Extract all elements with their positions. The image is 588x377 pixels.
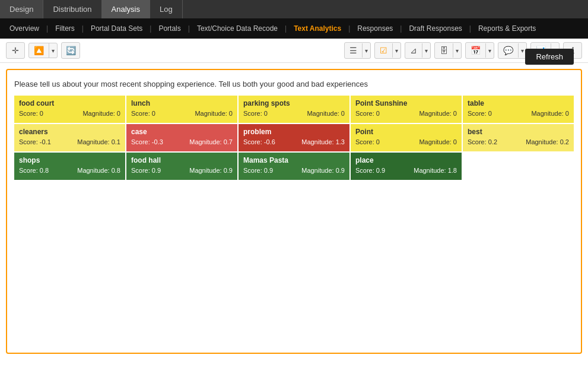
keyword-score: Score: 0	[243, 110, 268, 117]
nav-responses[interactable]: Responses	[354, 22, 396, 35]
nav-sep-8: |	[468, 24, 472, 33]
keyword-magnitude: Magnitude: 1.3	[301, 138, 345, 145]
keyword-name: lunch	[131, 99, 233, 107]
keyword-score: Score: 0.8	[19, 167, 49, 174]
keyword-magnitude: Magnitude: 0	[419, 138, 457, 145]
calendar-arrow-icon[interactable]: ▾	[486, 45, 494, 56]
keyword-scores: Score: 0 Magnitude: 0	[243, 110, 345, 117]
keyword-name: shops	[19, 156, 120, 164]
toolbar: ✛ 🔼 ▾ 🔄 ☰ ▾ ☑ ▾ ⊿ ▾ 🗄 ▾ 📅 ▾	[0, 39, 588, 63]
list-arrow-icon[interactable]: ▾	[363, 45, 370, 56]
keyword-scores: Score: 0.9 Magnitude: 0.9	[243, 167, 345, 174]
nav-portal-datasets[interactable]: Portal Data Sets	[87, 22, 146, 35]
top-tab-bar: Design Distribution Analysis Log	[0, 0, 588, 18]
comment-icon[interactable]: 💬	[498, 43, 519, 58]
keyword-magnitude: Magnitude: 0.2	[526, 138, 569, 145]
keyword-magnitude: Magnitude: 0	[419, 110, 457, 117]
move-tool-btn[interactable]: ✛	[6, 42, 25, 59]
tab-design[interactable]: Design	[0, 0, 43, 18]
keyword-score: Score: 0.9	[131, 167, 161, 174]
keyword-cell: food court Score: 0 Magnitude: 0	[14, 96, 125, 123]
filter-icon[interactable]: ⊿	[405, 43, 422, 58]
nav-overview[interactable]: Overview	[6, 22, 43, 35]
keyword-name: Point Sunshine	[355, 99, 457, 107]
keyword-cell: case Score: -0.3 Magnitude: 0.7	[126, 124, 237, 151]
keyword-magnitude: Magnitude: 0.7	[189, 138, 233, 145]
nav-sep-3: |	[148, 24, 152, 33]
comment-btn-group[interactable]: 💬 ▾	[498, 42, 527, 59]
list-view-btn-group[interactable]: ☰ ▾	[344, 42, 371, 59]
check-icon[interactable]: ☑	[375, 43, 393, 58]
nav-sep-5: |	[284, 24, 288, 33]
keyword-magnitude: Magnitude: 0.1	[77, 138, 120, 145]
database-icon[interactable]: 🗄	[435, 43, 453, 58]
refresh-button[interactable]: Refresh	[525, 49, 574, 65]
keyword-grid: food court Score: 0 Magnitude: 0 lunch S…	[14, 96, 574, 180]
keyword-scores: Score: 0 Magnitude: 0	[131, 110, 233, 117]
nav-text-choice[interactable]: Text/Choice Data Recode	[193, 22, 281, 35]
nav-portals[interactable]: Portals	[155, 22, 184, 35]
keyword-name: Mamas Pasta	[243, 156, 345, 164]
keyword-magnitude: Magnitude: 0	[307, 110, 345, 117]
keyword-name: case	[131, 128, 233, 136]
calendar-icon[interactable]: 📅	[466, 43, 486, 58]
nav-text-analytics[interactable]: Text Analytics	[290, 22, 345, 35]
refresh-btn[interactable]: 🔄	[61, 42, 80, 59]
filter-btn-group[interactable]: ⊿ ▾	[405, 42, 431, 59]
keyword-score: Score: 0	[355, 110, 380, 117]
keyword-score: Score: 0.9	[243, 167, 273, 174]
main-content: Refresh Please tell us about your most r…	[0, 63, 588, 360]
nav-sep-4: |	[187, 24, 191, 33]
keyword-scores: Score: 0 Magnitude: 0	[355, 110, 457, 117]
keyword-cell: cleaners Score: -0.1 Magnitude: 0.1	[14, 124, 125, 151]
keyword-cell: lunch Score: 0 Magnitude: 0	[126, 96, 237, 123]
calendar-btn-group[interactable]: 📅 ▾	[465, 42, 494, 59]
keyword-scores: Score: 0.9 Magnitude: 0.9	[131, 167, 233, 174]
list-icon[interactable]: ☰	[345, 43, 363, 58]
keyword-magnitude: Magnitude: 0.9	[189, 167, 233, 174]
keyword-cell: Point Score: 0 Magnitude: 0	[351, 124, 462, 151]
nav-sep-7: |	[399, 24, 403, 33]
keyword-name: food court	[19, 99, 120, 107]
keyword-cell: Mamas Pasta Score: 0.9 Magnitude: 0.9	[239, 153, 349, 180]
keyword-scores: Score: 0 Magnitude: 0	[19, 110, 120, 117]
nav-draft-responses[interactable]: Draft Responses	[405, 22, 465, 35]
upload-arrow-icon[interactable]: ▾	[49, 45, 57, 56]
nav-bar: Overview | Filters | Portal Data Sets | …	[0, 18, 588, 39]
nav-sep-6: |	[347, 24, 351, 33]
nav-filters[interactable]: Filters	[52, 22, 78, 35]
keyword-scores: Score: -0.6 Magnitude: 1.3	[243, 138, 345, 145]
keyword-cell: parking spots Score: 0 Magnitude: 0	[239, 96, 349, 123]
keyword-score: Score: 0.9	[355, 167, 385, 174]
tab-analysis[interactable]: Analysis	[102, 0, 150, 18]
keyword-scores: Score: 0.2 Magnitude: 0.2	[468, 138, 569, 145]
keyword-magnitude: Magnitude: 0	[195, 110, 233, 117]
nav-reports-exports[interactable]: Reports & Exports	[475, 22, 539, 35]
keyword-name: cleaners	[19, 128, 120, 136]
keyword-scores: Score: 0 Magnitude: 0	[468, 110, 569, 117]
keyword-name: place	[355, 156, 457, 164]
keyword-magnitude: Magnitude: 0.9	[301, 167, 345, 174]
keyword-score: Score: 0	[468, 110, 492, 117]
database-arrow-icon[interactable]: ▾	[453, 45, 461, 56]
nav-sep-2: |	[81, 24, 85, 33]
filter-arrow-icon[interactable]: ▾	[422, 45, 430, 56]
keyword-magnitude: Magnitude: 0	[82, 110, 120, 117]
keyword-cell: table Score: 0 Magnitude: 0	[463, 96, 574, 123]
upload-btn-group[interactable]: 🔼 ▾	[28, 43, 58, 58]
upload-icon[interactable]: 🔼	[29, 43, 49, 58]
tab-log[interactable]: Log	[150, 0, 183, 18]
tab-distribution[interactable]: Distribution	[43, 0, 101, 18]
keyword-score: Score: 0	[19, 110, 43, 117]
content-box: Refresh Please tell us about your most r…	[6, 69, 582, 354]
check-btn-group[interactable]: ☑ ▾	[374, 42, 401, 59]
keyword-name: table	[468, 99, 569, 107]
keyword-magnitude: Magnitude: 1.8	[414, 167, 457, 174]
check-arrow-icon[interactable]: ▾	[393, 45, 401, 56]
database-btn-group[interactable]: 🗄 ▾	[434, 42, 462, 59]
keyword-score: Score: -0.6	[243, 138, 275, 145]
keyword-cell: food hall Score: 0.9 Magnitude: 0.9	[126, 153, 237, 180]
nav-sep-1: |	[45, 24, 49, 33]
keyword-magnitude: Magnitude: 0.8	[77, 167, 120, 174]
keyword-score: Score: 0	[131, 110, 155, 117]
